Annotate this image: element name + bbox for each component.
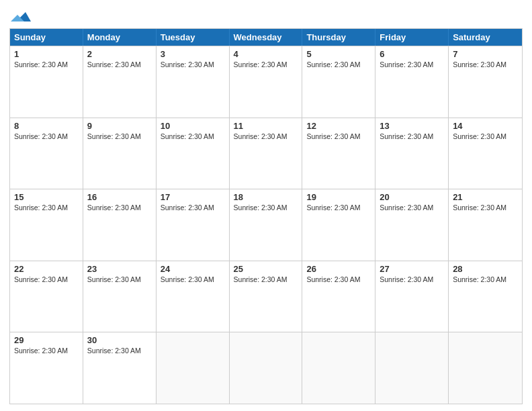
day-number: 28: [453, 264, 518, 274]
sunrise-text: Sunrise: 2:30 AM: [14, 132, 68, 140]
day-number: 11: [234, 121, 298, 131]
cal-cell-0-4: 5Sunrise: 2:30 AM: [302, 46, 375, 118]
cal-cell-3-3: 25Sunrise: 2:30 AM: [230, 261, 303, 332]
sunrise-text: Sunrise: 2:30 AM: [306, 203, 360, 212]
cal-cell-3-6: 28Sunrise: 2:30 AM: [449, 261, 522, 332]
sunrise-text: Sunrise: 2:30 AM: [161, 203, 214, 212]
sunrise-text: Sunrise: 2:30 AM: [380, 275, 433, 283]
cal-cell-3-0: 22Sunrise: 2:30 AM: [10, 261, 83, 332]
week-row-3: 15Sunrise: 2:30 AM16Sunrise: 2:30 AM17Su…: [10, 189, 522, 261]
week-row-2: 8Sunrise: 2:30 AM9Sunrise: 2:30 AM10Sunr…: [10, 118, 522, 189]
sunrise-text: Sunrise: 2:30 AM: [14, 203, 68, 212]
sunrise-text: Sunrise: 2:30 AM: [453, 203, 506, 212]
logo-icon: [11, 9, 31, 24]
cal-cell-2-5: 20Sunrise: 2:30 AM: [375, 189, 449, 261]
sunrise-text: Sunrise: 2:30 AM: [380, 203, 433, 212]
day-number: 1: [14, 49, 79, 59]
logo: [9, 9, 31, 24]
cal-cell-2-1: 16Sunrise: 2:30 AM: [83, 189, 157, 261]
day-number: 4: [234, 49, 298, 59]
cal-cell-4-2: [157, 332, 230, 404]
cal-cell-2-4: 19Sunrise: 2:30 AM: [302, 189, 375, 261]
cal-cell-4-4: [302, 332, 375, 404]
day-number: 16: [87, 192, 152, 202]
day-number: 3: [161, 49, 225, 59]
sunrise-text: Sunrise: 2:30 AM: [380, 132, 433, 140]
day-number: 30: [87, 335, 152, 345]
sunrise-text: Sunrise: 2:30 AM: [234, 203, 287, 212]
sunrise-text: Sunrise: 2:30 AM: [87, 347, 141, 355]
calendar-body: 1Sunrise: 2:30 AM2Sunrise: 2:30 AM3Sunri…: [10, 46, 522, 404]
day-number: 17: [161, 192, 225, 202]
sunrise-text: Sunrise: 2:30 AM: [234, 60, 287, 68]
sunrise-text: Sunrise: 2:30 AM: [14, 275, 68, 283]
day-number: 8: [14, 121, 79, 131]
sunrise-text: Sunrise: 2:30 AM: [453, 132, 506, 140]
header-thursday: Thursday: [302, 29, 375, 46]
day-number: 2: [87, 49, 152, 59]
day-number: 19: [306, 192, 371, 202]
cal-cell-4-1: 30Sunrise: 2:30 AM: [83, 332, 157, 404]
cal-cell-2-6: 21Sunrise: 2:30 AM: [449, 189, 522, 261]
cal-cell-1-5: 13Sunrise: 2:30 AM: [375, 118, 449, 189]
header-saturday: Saturday: [449, 29, 522, 46]
sunrise-text: Sunrise: 2:30 AM: [14, 60, 68, 68]
day-number: 27: [380, 264, 444, 274]
cal-cell-4-5: [375, 332, 449, 404]
cal-cell-0-5: 6Sunrise: 2:30 AM: [375, 46, 449, 118]
day-number: 23: [87, 264, 152, 274]
cal-cell-1-0: 8Sunrise: 2:30 AM: [10, 118, 83, 189]
sunrise-text: Sunrise: 2:30 AM: [306, 275, 360, 283]
day-number: 9: [87, 121, 152, 131]
sunrise-text: Sunrise: 2:30 AM: [306, 132, 360, 140]
day-number: 22: [14, 264, 79, 274]
sunrise-text: Sunrise: 2:30 AM: [306, 60, 360, 68]
day-number: 14: [453, 121, 518, 131]
sunrise-text: Sunrise: 2:30 AM: [87, 275, 141, 283]
cal-cell-2-2: 17Sunrise: 2:30 AM: [157, 189, 230, 261]
cal-cell-3-1: 23Sunrise: 2:30 AM: [83, 261, 157, 332]
week-row-1: 1Sunrise: 2:30 AM2Sunrise: 2:30 AM3Sunri…: [10, 46, 522, 118]
sunrise-text: Sunrise: 2:30 AM: [87, 60, 141, 68]
header-monday: Monday: [83, 29, 157, 46]
header-sunday: Sunday: [10, 29, 83, 46]
day-number: 12: [306, 121, 371, 131]
sunrise-text: Sunrise: 2:30 AM: [380, 60, 433, 68]
cal-cell-2-0: 15Sunrise: 2:30 AM: [10, 189, 83, 261]
day-number: 25: [234, 264, 298, 274]
cal-cell-0-6: 7Sunrise: 2:30 AM: [449, 46, 522, 118]
day-number: 20: [380, 192, 444, 202]
cal-cell-1-6: 14Sunrise: 2:30 AM: [449, 118, 522, 189]
day-number: 10: [161, 121, 225, 131]
header-wednesday: Wednesday: [230, 29, 303, 46]
cal-cell-0-1: 2Sunrise: 2:30 AM: [83, 46, 157, 118]
sunrise-text: Sunrise: 2:30 AM: [161, 60, 214, 68]
cal-cell-1-4: 12Sunrise: 2:30 AM: [302, 118, 375, 189]
cal-cell-0-3: 4Sunrise: 2:30 AM: [230, 46, 303, 118]
sunrise-text: Sunrise: 2:30 AM: [453, 275, 506, 283]
day-number: 7: [453, 49, 518, 59]
day-number: 15: [14, 192, 79, 202]
day-number: 21: [453, 192, 518, 202]
week-row-4: 22Sunrise: 2:30 AM23Sunrise: 2:30 AM24Su…: [10, 261, 522, 332]
page-header: [9, 7, 523, 24]
cal-cell-4-6: [449, 332, 522, 404]
cal-cell-1-1: 9Sunrise: 2:30 AM: [83, 118, 157, 189]
cal-cell-1-3: 11Sunrise: 2:30 AM: [230, 118, 303, 189]
cal-cell-3-2: 24Sunrise: 2:30 AM: [157, 261, 230, 332]
day-number: 29: [14, 335, 79, 345]
sunrise-text: Sunrise: 2:30 AM: [87, 132, 141, 140]
sunrise-text: Sunrise: 2:30 AM: [234, 132, 287, 140]
cal-cell-4-3: [230, 332, 303, 404]
calendar-page: Sunday Monday Tuesday Wednesday Thursday…: [0, 0, 532, 411]
sunrise-text: Sunrise: 2:30 AM: [234, 275, 287, 283]
week-row-5: 29Sunrise: 2:30 AM30Sunrise: 2:30 AM: [10, 332, 522, 404]
header-tuesday: Tuesday: [157, 29, 230, 46]
logo-blue: [9, 9, 31, 24]
header-friday: Friday: [375, 29, 449, 46]
calendar-grid: Sunday Monday Tuesday Wednesday Thursday…: [9, 28, 523, 404]
cal-cell-0-2: 3Sunrise: 2:30 AM: [157, 46, 230, 118]
day-number: 26: [306, 264, 371, 274]
day-number: 18: [234, 192, 298, 202]
day-number: 5: [306, 49, 371, 59]
